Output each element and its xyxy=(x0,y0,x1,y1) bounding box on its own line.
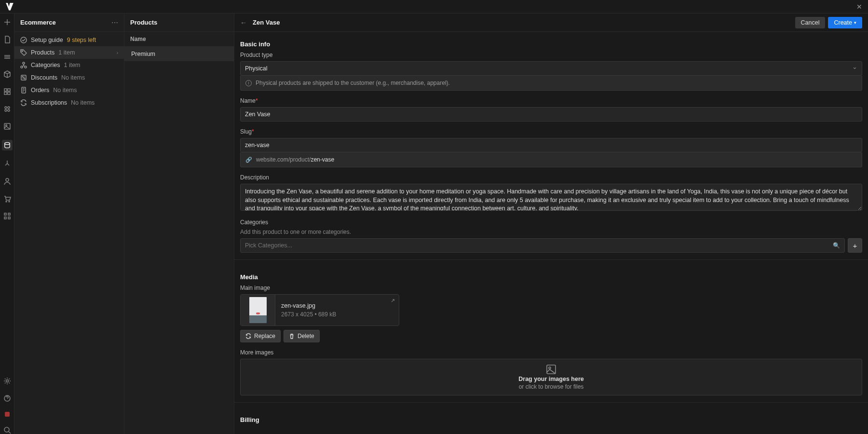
link-icon: 🔗 xyxy=(245,157,252,163)
svg-point-23 xyxy=(22,76,23,77)
section-billing: Billing xyxy=(240,407,862,427)
product-row[interactable]: Premium xyxy=(124,47,234,61)
sidebar-item-meta: 1 item xyxy=(64,62,80,68)
create-button[interactable]: Create ▾ xyxy=(828,17,862,28)
categories-icon xyxy=(20,62,27,68)
chevron-down-icon: ▾ xyxy=(854,20,856,25)
main-image-card: ↗ zen-vase.jpg 2673 x 4025 • 689 kB xyxy=(240,294,399,326)
orders-icon xyxy=(20,87,27,94)
tag-icon xyxy=(20,49,27,56)
ecommerce-panel-title: Ecommerce xyxy=(20,19,56,26)
sidebar-item-label: Products xyxy=(31,49,54,56)
close-icon[interactable]: ✕ xyxy=(856,3,862,11)
image-dimensions: 2673 x 4025 • 689 kB xyxy=(281,311,393,318)
sidebar-item-label: Categories xyxy=(31,62,60,68)
sidebar-item-discounts[interactable]: Discounts No items xyxy=(14,71,124,84)
hint-text: Physical products are shipped to the cus… xyxy=(256,80,450,86)
trash-icon xyxy=(289,333,295,339)
description-textarea[interactable] xyxy=(240,184,862,211)
sidebar-item-meta: 1 item xyxy=(58,49,75,56)
page-title: Zen Vase xyxy=(253,19,280,26)
cart-icon[interactable] xyxy=(3,195,11,203)
product-type-select[interactable]: Physical xyxy=(240,61,862,76)
sidebar-item-meta: No items xyxy=(71,99,95,106)
dropzone-title: Drag your images here xyxy=(518,376,583,382)
webflow-logo-icon xyxy=(6,3,14,11)
svg-point-1 xyxy=(8,107,10,108)
svg-point-5 xyxy=(5,125,7,126)
search-icon: 🔍 xyxy=(833,242,840,249)
cube-icon[interactable] xyxy=(3,70,11,78)
layers-icon[interactable] xyxy=(3,53,11,61)
chevron-right-icon: › xyxy=(117,50,118,55)
svg-point-27 xyxy=(549,367,551,369)
sidebar-item-meta: No items xyxy=(61,74,85,81)
add-icon[interactable] xyxy=(3,18,11,26)
categories-input[interactable] xyxy=(240,238,845,253)
page-icon[interactable] xyxy=(3,36,11,43)
apps-icon[interactable] xyxy=(3,212,11,220)
sidebar-item-orders[interactable]: Orders No items xyxy=(14,84,124,96)
swatch-icon[interactable] xyxy=(3,105,11,113)
more-images-dropzone[interactable]: Drag your images here or click to browse… xyxy=(240,359,862,395)
section-basic-info: Basic info xyxy=(240,32,862,52)
back-icon[interactable]: ← xyxy=(240,19,247,27)
sidebar-item-meta: 9 steps left xyxy=(67,37,96,43)
svg-point-14 xyxy=(6,380,8,382)
sidebar-item-setup-guide[interactable]: Setup guide 9 steps left xyxy=(14,34,124,46)
variables-icon[interactable] xyxy=(3,88,11,95)
svg-point-18 xyxy=(22,51,23,52)
svg-point-2 xyxy=(5,109,7,111)
categories-label: Categories xyxy=(240,219,862,226)
cancel-button[interactable]: Cancel xyxy=(795,17,826,28)
svg-point-16 xyxy=(4,427,9,432)
slug-url-preview: 🔗 website.com/product/zen-vase xyxy=(240,152,862,167)
sidebar-item-products[interactable]: Products 1 item › xyxy=(14,46,124,59)
url-slug: zen-vase xyxy=(311,156,334,163)
cms-icon[interactable] xyxy=(2,140,13,150)
branch-icon[interactable] xyxy=(3,160,11,168)
slug-label: Slug* xyxy=(240,128,862,135)
slug-input[interactable] xyxy=(240,138,862,152)
products-panel: Products Name Premium xyxy=(124,14,234,434)
svg-point-24 xyxy=(24,78,25,79)
products-panel-title: Products xyxy=(130,19,157,26)
products-name-header: Name xyxy=(124,32,234,47)
image-filename: zen-vase.jpg xyxy=(281,302,393,309)
more-icon[interactable]: ⋯ xyxy=(111,19,118,27)
add-category-button[interactable]: + xyxy=(848,238,862,253)
titlebar: ✕ xyxy=(0,0,868,14)
replace-icon xyxy=(245,333,251,339)
sidebar-item-subscriptions[interactable]: Subscriptions No items xyxy=(14,96,124,109)
description-label: Description xyxy=(240,174,862,181)
image-upload-icon xyxy=(546,364,556,375)
gear-icon[interactable] xyxy=(3,377,11,385)
delete-button[interactable]: Delete xyxy=(284,330,320,342)
user-icon[interactable] xyxy=(3,177,11,185)
product-type-hint: i Physical products are shipped to the c… xyxy=(240,76,862,91)
dropzone-subtitle: or click to browse for files xyxy=(519,383,584,390)
svg-rect-11 xyxy=(8,213,10,215)
expand-icon[interactable]: ↗ xyxy=(391,298,395,304)
image-thumbnail[interactable] xyxy=(241,295,275,326)
sidebar-item-meta: No items xyxy=(53,87,77,94)
create-button-label: Create xyxy=(834,19,852,26)
image-icon[interactable] xyxy=(3,122,11,130)
categories-sublabel: Add this product to one or more categori… xyxy=(240,229,862,235)
subscriptions-icon xyxy=(20,99,27,106)
svg-point-3 xyxy=(8,109,10,111)
record-icon[interactable] xyxy=(5,412,10,417)
svg-point-19 xyxy=(23,62,25,64)
replace-button[interactable]: Replace xyxy=(240,330,281,342)
discount-icon xyxy=(20,74,27,81)
svg-point-0 xyxy=(5,107,7,108)
search-icon[interactable] xyxy=(3,426,11,434)
check-circle-icon xyxy=(20,37,27,43)
help-icon[interactable] xyxy=(3,394,11,402)
name-label: Name* xyxy=(240,97,862,104)
sidebar-item-categories[interactable]: Categories 1 item xyxy=(14,59,124,71)
url-prefix: website.com/product/ xyxy=(256,156,311,163)
svg-point-6 xyxy=(4,142,10,144)
name-input[interactable] xyxy=(240,107,862,122)
svg-point-8 xyxy=(6,201,7,202)
